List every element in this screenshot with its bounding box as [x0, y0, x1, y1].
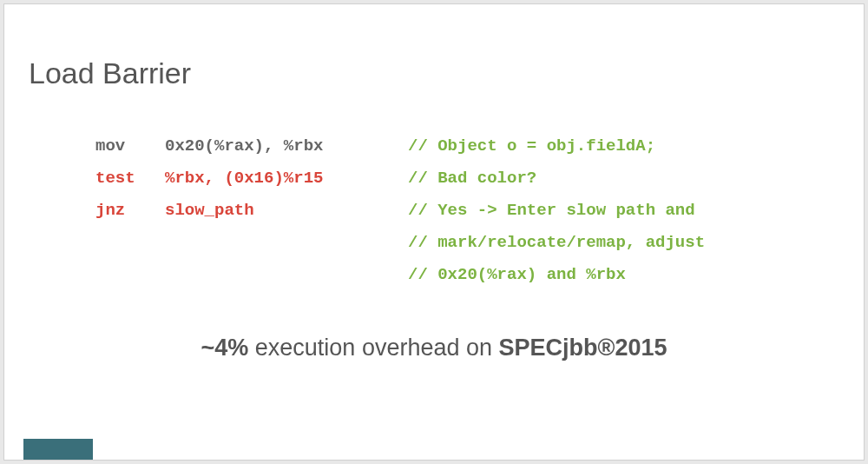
code-row: test %rbx, (0x16)%r15 // Bad color? — [95, 162, 820, 195]
slide: Load Barrier mov 0x20(%rax), %rbx // Obj… — [3, 3, 865, 461]
operands: 0x20(%rax), %rbx — [165, 130, 408, 162]
operands: slow_path — [165, 195, 408, 227]
footer-bold-1: ~4% — [201, 335, 249, 361]
code-row: // 0x20(%rax) and %rbx — [95, 259, 820, 291]
mnemonic: mov — [95, 130, 165, 162]
comment: // mark/relocate/remap, adjust — [408, 227, 820, 259]
footer-text: ~4% execution overhead on SPECjbb®2015 — [4, 335, 864, 361]
mnemonic — [95, 227, 165, 259]
code-block: mov 0x20(%rax), %rbx // Object o = obj.f… — [95, 130, 820, 291]
code-row: mov 0x20(%rax), %rbx // Object o = obj.f… — [95, 130, 820, 162]
slide-title: Load Barrier — [29, 56, 191, 90]
mnemonic: test — [95, 162, 165, 195]
operands — [165, 259, 408, 291]
footer-plain: execution overhead on — [248, 335, 498, 361]
mnemonic: jnz — [95, 195, 165, 227]
comment: // Object o = obj.fieldA; — [408, 130, 820, 162]
comment: // Yes -> Enter slow path and — [408, 195, 820, 227]
mnemonic — [95, 259, 165, 291]
operands: %rbx, (0x16)%r15 — [165, 162, 408, 195]
corner-badge — [23, 439, 93, 460]
comment: // 0x20(%rax) and %rbx — [408, 259, 820, 291]
footer-bold-2: SPECjbb®2015 — [499, 335, 667, 361]
comment: // Bad color? — [408, 162, 820, 195]
code-row: jnz slow_path // Yes -> Enter slow path … — [95, 195, 820, 227]
operands — [165, 227, 408, 259]
code-row: // mark/relocate/remap, adjust — [95, 227, 820, 259]
